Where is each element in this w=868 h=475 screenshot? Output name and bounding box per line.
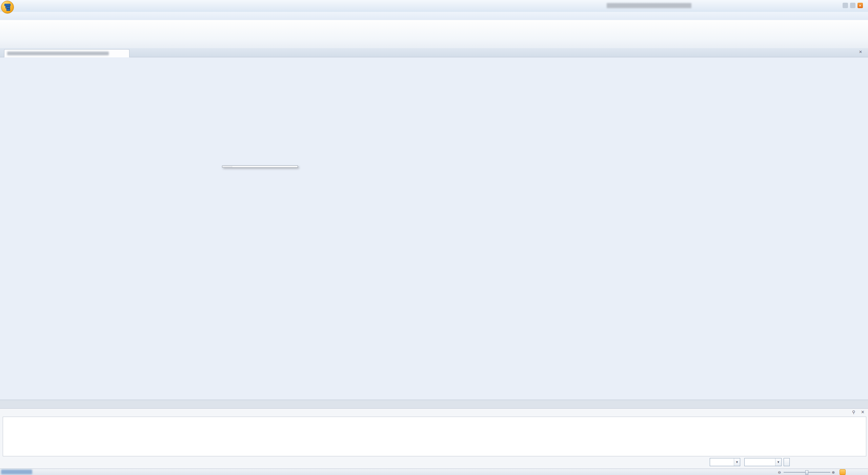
- log-list: [3, 417, 866, 456]
- zoom-out-icon[interactable]: ⊖: [778, 470, 781, 475]
- context-menu: [222, 166, 298, 168]
- zoom-slider-thumb[interactable]: [805, 470, 808, 475]
- close-log-icon[interactable]: ✕: [861, 410, 865, 415]
- window-title-blurred: [607, 3, 691, 8]
- sheet-tab-bar: [0, 400, 868, 408]
- document-tab[interactable]: [4, 49, 129, 57]
- zoom-in-icon[interactable]: ⊕: [832, 470, 835, 475]
- clear-log-button[interactable]: [784, 458, 790, 466]
- close-document-icon[interactable]: ✕: [859, 50, 862, 54]
- status-bar: ⊖ ⊕: [0, 469, 868, 475]
- log-filter-bar: ▼ ▼: [708, 458, 790, 466]
- minimize-button[interactable]: [843, 3, 848, 8]
- ribbon: [0, 20, 868, 49]
- maximize-button[interactable]: [850, 3, 855, 8]
- ctrl-wheel-hint: [840, 469, 846, 475]
- status-blurred-block: [1, 470, 32, 474]
- filter-by-level-select[interactable]: ▼: [744, 458, 782, 466]
- close-button[interactable]: ✕: [857, 3, 863, 8]
- document-tab-bar: ✕: [0, 48, 868, 57]
- titlebar: [0, 0, 868, 12]
- pin-icon[interactable]: ⚲: [852, 410, 855, 415]
- window-controls: ✕: [843, 3, 863, 8]
- app-logo-icon[interactable]: [1, 1, 14, 14]
- application-window: ✕ ✕ ⚲ ✕ ▼ ▼ ⊖ ⊕: [0, 0, 868, 475]
- log-panel: ⚲ ✕ ▼ ▼: [0, 408, 868, 469]
- ribbon-tab-strip: [0, 12, 868, 20]
- filter-by-source-select[interactable]: ▼: [710, 458, 740, 466]
